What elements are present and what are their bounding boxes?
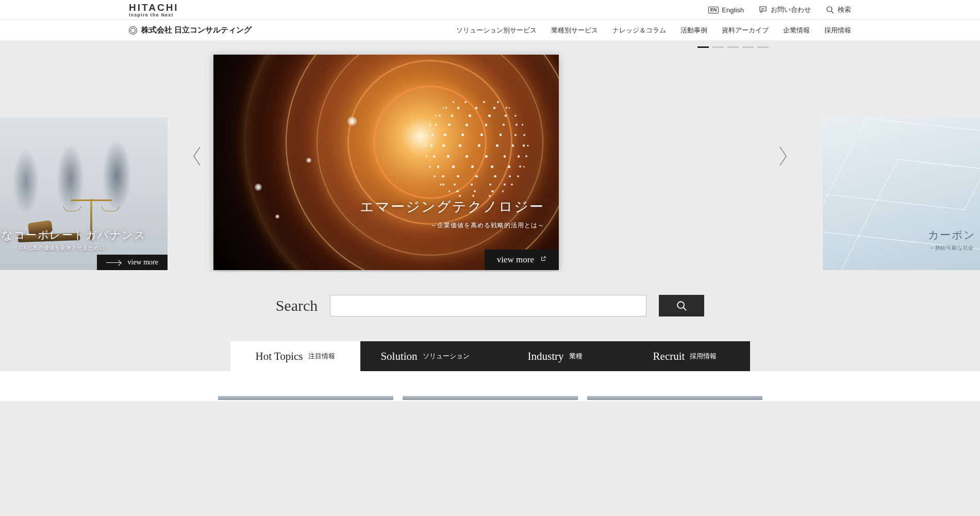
carousel-dot-3[interactable] — [727, 46, 739, 48]
nav-item-knowledge[interactable]: ナレッジ＆コラム — [612, 26, 666, 35]
header-top: HITACHI Inspire the Next EN English お問い合… — [0, 0, 980, 20]
slide-main-subtitle: ～企業価値を高める戦略的活用とは～ — [360, 221, 544, 230]
header-search-label: 検索 — [838, 5, 851, 14]
nav-item-company[interactable]: 企業情報 — [783, 26, 810, 35]
carousel-dot-1[interactable] — [697, 46, 709, 48]
slide-main-button-label: view more — [497, 255, 534, 265]
search-label: Search — [276, 297, 318, 314]
tab-ja-label: 業種 — [569, 352, 583, 361]
slide-left-subtitle: DXに真の価値を発揮させるために — [0, 244, 168, 252]
carousel-dot-4[interactable] — [742, 46, 754, 48]
nav-item-solutions[interactable]: ソリューション別サービス — [456, 26, 537, 35]
nav-item-archive[interactable]: 資料アーカイブ — [722, 26, 769, 35]
chevron-left-icon — [190, 145, 204, 168]
tab-hot-topics[interactable]: Hot Topics 注目情報 — [230, 341, 360, 371]
search-icon — [825, 5, 835, 14]
svg-point-2 — [678, 302, 685, 308]
carousel-slide-right[interactable]: カーボン ～持続可能な社会 view more — [823, 118, 980, 270]
tab-industry[interactable]: Industry 業種 — [490, 341, 620, 371]
company-logo[interactable]: 株式会社 日立コンサルティング — [129, 25, 252, 35]
svg-point-0 — [827, 7, 832, 12]
language-code-icon: EN — [708, 7, 719, 13]
chevron-right-icon — [776, 145, 790, 168]
nav-item-cases[interactable]: 活動事例 — [680, 26, 707, 35]
brand-logo[interactable]: HITACHI Inspire the Next — [129, 3, 179, 18]
nav-item-recruit[interactable]: 採用情報 — [824, 26, 851, 35]
nav-links: ソリューション別サービス 業種別サービス ナレッジ＆コラム 活動事例 資料アーカ… — [456, 26, 851, 35]
slide-main-viewmore-button[interactable]: view more — [485, 249, 559, 270]
slide-main-text: エマージングテクノロジー ～企業価値を高める戦略的活用とは～ — [360, 197, 544, 230]
header-utilities: EN English お問い合わせ 検索 — [708, 5, 851, 14]
slide-left-button-label: view more — [128, 258, 158, 267]
content-card — [218, 396, 393, 400]
tab-en-label: Industry — [528, 350, 564, 363]
search-input[interactable] — [330, 295, 646, 317]
content-card — [403, 396, 578, 400]
svg-line-1 — [832, 11, 834, 13]
chat-icon — [758, 5, 768, 14]
language-label: English — [722, 6, 744, 14]
carousel-dot-5[interactable] — [757, 46, 769, 48]
company-name: 株式会社 日立コンサルティング — [141, 25, 252, 35]
nav-item-industries[interactable]: 業種別サービス — [551, 26, 598, 35]
carousel-prev-button[interactable] — [186, 145, 208, 168]
slide-main-globe — [425, 96, 528, 199]
slide-right-title: カーボン — [823, 228, 980, 242]
main-nav: 株式会社 日立コンサルティング ソリューション別サービス 業種別サービス ナレッ… — [0, 20, 980, 40]
carousel-slide-main[interactable]: エマージングテクノロジー ～企業価値を高める戦略的活用とは～ view more — [213, 55, 559, 270]
content-area — [0, 371, 980, 401]
content-tabs: Hot Topics 注目情報 Solution ソリューション Industr… — [0, 341, 980, 371]
language-switch[interactable]: EN English — [708, 6, 744, 14]
carousel-slide-left[interactable]: 新たなコーポレートガバナンス DXに真の価値を発揮させるために view mor… — [0, 118, 168, 270]
tab-recruit[interactable]: Recruit 採用情報 — [620, 341, 750, 371]
brand-name: HITACHI — [129, 3, 179, 12]
carousel-next-button[interactable] — [772, 145, 794, 168]
carousel-dot-2[interactable] — [712, 46, 724, 48]
tab-ja-label: 注目情報 — [308, 352, 335, 361]
arrow-right-icon — [106, 262, 121, 263]
search-button[interactable] — [659, 295, 704, 317]
hero-carousel: 新たなコーポレートガバナンス DXに真の価値を発揮させるために view mor… — [0, 40, 980, 272]
content-card — [587, 396, 762, 400]
slide-left-viewmore-button[interactable]: view more — [97, 255, 168, 270]
tab-en-label: Solution — [380, 350, 417, 363]
site-search: Search — [0, 295, 980, 317]
contact-label: お問い合わせ — [771, 5, 811, 14]
contact-link[interactable]: お問い合わせ — [758, 5, 811, 14]
tab-en-label: Hot Topics — [255, 350, 303, 363]
external-link-icon — [540, 256, 546, 264]
tab-solution[interactable]: Solution ソリューション — [360, 341, 490, 371]
tab-ja-label: ソリューション — [423, 352, 470, 361]
tab-ja-label: 採用情報 — [690, 352, 717, 361]
slide-main-title: エマージングテクノロジー — [360, 197, 544, 216]
slide-left-title: 新たなコーポレートガバナンス — [0, 228, 168, 242]
search-icon — [676, 300, 687, 311]
slide-right-subtitle: ～持続可能な社会 — [823, 244, 980, 252]
carousel-pagination — [697, 46, 769, 48]
brand-tagline: Inspire the Next — [129, 12, 179, 18]
header-search-link[interactable]: 検索 — [825, 5, 851, 14]
gear-icon — [129, 26, 137, 35]
svg-line-3 — [684, 308, 687, 311]
tab-en-label: Recruit — [653, 350, 685, 363]
